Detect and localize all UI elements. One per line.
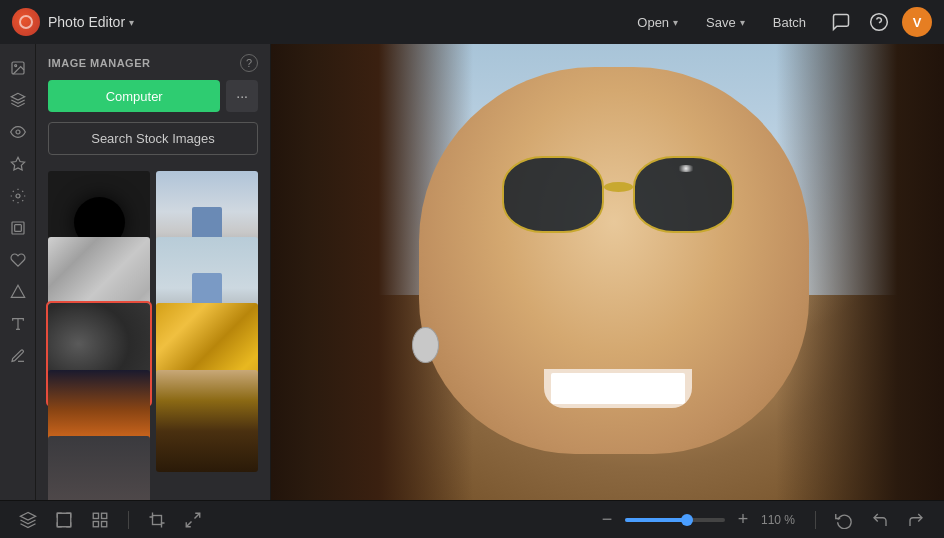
app-title-text: Photo Editor: [48, 14, 125, 30]
glasses-frame: [497, 152, 739, 237]
separator-2: [815, 511, 816, 529]
more-options-btn[interactable]: ···: [226, 80, 258, 112]
svg-line-13: [12, 200, 13, 201]
svg-rect-23: [102, 513, 107, 518]
chat-icon-btn[interactable]: [826, 7, 856, 37]
effects-tool[interactable]: [4, 182, 32, 210]
redo-btn[interactable]: [904, 508, 928, 532]
main-area: IMAGE MANAGER ? Computer ··· Search Stoc…: [0, 44, 944, 500]
glasses-bridge: [604, 182, 633, 192]
svg-line-28: [186, 521, 191, 526]
canvas-area[interactable]: [271, 44, 944, 500]
navbar-actions: V: [826, 7, 932, 37]
svg-point-4: [16, 130, 20, 134]
svg-rect-25: [102, 521, 107, 526]
svg-line-10: [22, 200, 23, 201]
svg-marker-5: [11, 157, 24, 170]
panel-help-btn[interactable]: ?: [240, 54, 258, 72]
computer-upload-btn[interactable]: Computer: [48, 80, 220, 112]
photo-smile: [544, 369, 692, 408]
panel-header: IMAGE MANAGER ?: [36, 44, 270, 80]
zoom-slider[interactable]: [625, 518, 725, 522]
draw-tool[interactable]: [4, 342, 32, 370]
zoom-out-btn[interactable]: −: [597, 510, 617, 530]
svg-marker-20: [21, 512, 36, 520]
bottom-toolbar: − + 110 %: [0, 500, 944, 538]
save-menu[interactable]: Save ▾: [694, 9, 757, 36]
navbar-menu: Open ▾ Save ▾ Batch: [625, 9, 818, 36]
svg-line-27: [195, 513, 200, 518]
svg-point-6: [16, 194, 20, 198]
layers-bottom-btn[interactable]: [16, 508, 40, 532]
panel-upload-buttons: Computer ···: [36, 80, 270, 122]
open-label: Open: [637, 15, 669, 30]
text-tool[interactable]: [4, 310, 32, 338]
image-tool[interactable]: [4, 54, 32, 82]
resize-btn[interactable]: [181, 508, 205, 532]
open-menu[interactable]: Open ▾: [625, 9, 690, 36]
image-manager-panel: IMAGE MANAGER ? Computer ··· Search Stoc…: [36, 44, 271, 500]
glasses-left-lens: [502, 156, 604, 233]
heart-tool[interactable]: [4, 246, 32, 274]
navbar: Photo Editor ▾ Open ▾ Save ▾ Batch: [0, 0, 944, 44]
batch-label: Batch: [773, 15, 806, 30]
app-logo: [12, 8, 40, 36]
batch-menu[interactable]: Batch: [761, 9, 818, 36]
app-title[interactable]: Photo Editor ▾: [48, 14, 134, 30]
left-toolbar: [0, 44, 36, 500]
rotate-btn[interactable]: [832, 508, 856, 532]
image-grid: [36, 167, 270, 500]
glasses-glare: [676, 165, 695, 172]
panel-title: IMAGE MANAGER: [48, 57, 150, 69]
save-label: Save: [706, 15, 736, 30]
visibility-tool[interactable]: [4, 118, 32, 146]
photo-glasses: [497, 152, 739, 237]
svg-rect-15: [12, 222, 24, 234]
thumbnail-9[interactable]: [48, 436, 150, 500]
zoom-in-btn[interactable]: +: [733, 510, 753, 530]
svg-line-14: [22, 191, 23, 192]
thumbnail-8[interactable]: [156, 370, 258, 472]
photo-face: [419, 67, 809, 455]
svg-rect-24: [93, 521, 98, 526]
svg-rect-26: [153, 515, 162, 524]
star-tool[interactable]: [4, 150, 32, 178]
zoom-level-label: 110 %: [761, 513, 799, 527]
svg-rect-21: [57, 513, 71, 527]
separator-1: [128, 511, 129, 529]
undo-btn[interactable]: [868, 508, 892, 532]
svg-point-0: [871, 14, 888, 31]
svg-point-2: [14, 65, 16, 67]
user-avatar[interactable]: V: [902, 7, 932, 37]
layers-tool[interactable]: [4, 86, 32, 114]
shape-tool[interactable]: [4, 278, 32, 306]
help-icon-btn[interactable]: [864, 7, 894, 37]
photo-canvas: [271, 44, 944, 500]
zoom-slider-thumb[interactable]: [681, 514, 693, 526]
app-title-chevron: ▾: [129, 17, 134, 28]
crop-btn[interactable]: [145, 508, 169, 532]
svg-rect-22: [93, 513, 98, 518]
svg-rect-16: [14, 225, 21, 232]
fit-screen-btn[interactable]: [52, 508, 76, 532]
svg-line-9: [12, 191, 13, 192]
svg-marker-3: [11, 93, 24, 100]
grid-view-btn[interactable]: [88, 508, 112, 532]
zoom-controls: − + 110 %: [597, 510, 799, 530]
svg-marker-17: [11, 285, 24, 297]
zoom-slider-fill: [625, 518, 687, 522]
frame-tool[interactable]: [4, 214, 32, 242]
stock-images-btn[interactable]: Search Stock Images: [48, 122, 258, 155]
